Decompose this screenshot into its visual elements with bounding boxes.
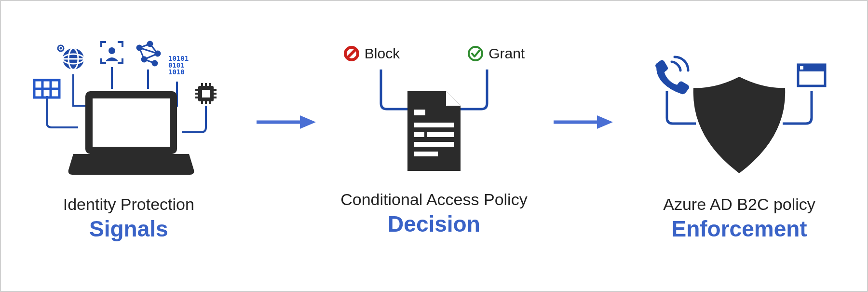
- enforcement-emphasis: Enforcement: [663, 216, 815, 242]
- decision-emphasis: Decision: [340, 211, 527, 237]
- phone-mfa-icon: [655, 57, 689, 94]
- svg-point-9: [59, 47, 62, 50]
- svg-point-45: [469, 47, 482, 60]
- document-icon: [407, 91, 461, 171]
- signals-title: Identity Protection: [63, 195, 194, 214]
- globe-icon: [58, 45, 84, 70]
- decision-labels: Block Grant: [343, 45, 525, 62]
- svg-rect-40: [93, 98, 170, 147]
- decision-caption: Conditional Access Policy Decision: [340, 190, 527, 237]
- signals-caption: Identity Protection Signals: [63, 195, 194, 242]
- decision-illustration: [347, 65, 521, 181]
- stage-signals: 10101 0101 1010: [27, 41, 230, 242]
- grant-icon: [467, 45, 484, 62]
- svg-rect-53: [414, 152, 438, 156]
- enforcement-title: Azure AD B2C policy: [663, 195, 815, 214]
- block-text: Block: [365, 45, 400, 62]
- shield-icon: [693, 77, 785, 173]
- network-graph-icon: [137, 42, 160, 66]
- svg-rect-54: [424, 132, 427, 137]
- svg-point-19: [155, 51, 160, 56]
- svg-point-10: [108, 47, 115, 54]
- block-icon: [343, 45, 360, 62]
- enforcement-caption: Azure AD B2C policy Enforcement: [663, 195, 815, 242]
- svg-rect-59: [800, 66, 803, 70]
- laptop-icon: [68, 91, 194, 175]
- binary-code-icon: 10101 0101 1010: [168, 55, 189, 76]
- stage-enforcement: Azure AD B2C policy Enforcement: [638, 41, 841, 242]
- svg-rect-47: [414, 123, 454, 127]
- face-id-icon: [101, 42, 122, 63]
- svg-marker-56: [597, 115, 613, 129]
- diagram-frame: 10101 0101 1010: [0, 0, 868, 292]
- arrow-2: [551, 112, 614, 132]
- signals-illustration: 10101 0101 1010: [27, 41, 230, 185]
- arrow-1: [254, 112, 317, 132]
- svg-line-44: [347, 49, 356, 58]
- svg-marker-42: [300, 115, 316, 129]
- chip-icon: [195, 83, 217, 104]
- svg-text:1010: 1010: [168, 68, 185, 76]
- signals-emphasis: Signals: [63, 216, 194, 242]
- svg-rect-52: [414, 142, 454, 147]
- svg-point-18: [148, 42, 152, 46]
- block-label-group: Block: [343, 45, 400, 62]
- svg-point-17: [137, 45, 142, 50]
- app-window-icon: [798, 65, 825, 86]
- enforcement-illustration: [638, 41, 841, 185]
- decision-title: Conditional Access Policy: [340, 190, 527, 209]
- grant-label-group: Grant: [467, 45, 525, 62]
- app-grid-icon: [34, 80, 59, 97]
- svg-rect-46: [414, 110, 425, 115]
- grant-text: Grant: [488, 45, 525, 62]
- svg-point-20: [142, 57, 147, 62]
- svg-rect-51: [414, 132, 454, 137]
- svg-point-21: [152, 61, 157, 66]
- stage-decision: Block Grant: [340, 45, 527, 237]
- svg-rect-26: [202, 90, 210, 97]
